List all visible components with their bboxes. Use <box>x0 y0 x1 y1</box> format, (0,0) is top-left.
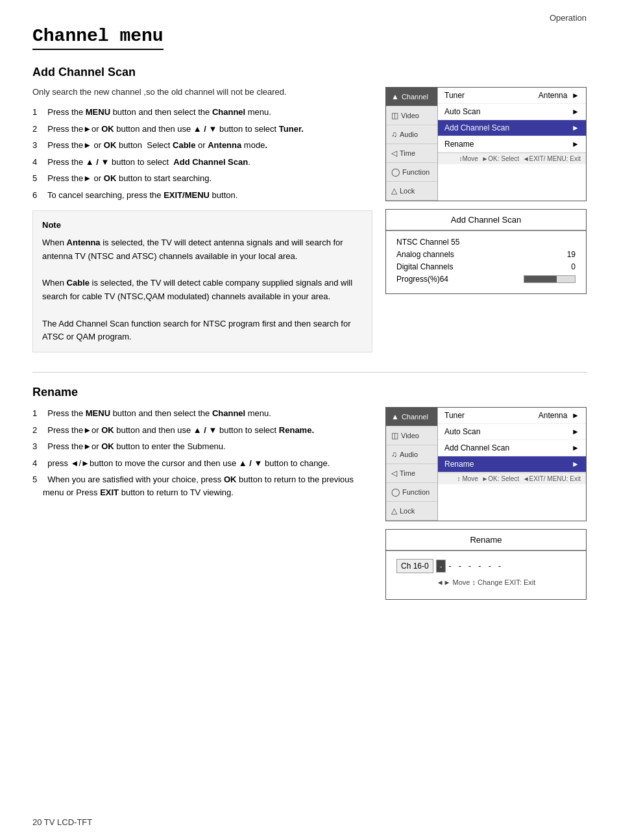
sidebar2-item-channel[interactable]: ▲ Channel <box>386 408 437 426</box>
menu-content-2: Tuner Antenna ► Auto Scan ► Add Channel … <box>438 408 586 521</box>
step2-2: 2 Press the►or OK button and then use ▲ … <box>32 424 372 437</box>
step-3: 3 Press the► or OK button Select Cable o… <box>32 139 372 152</box>
step-2: 2 Press the►or OK button and then use ▲ … <box>32 123 372 136</box>
sidebar-label-video: Video <box>401 112 419 119</box>
audio-icon: ♫ <box>391 130 397 139</box>
rename-body: Ch 16-0 - - - - - - - ◄► Move ↕ Change E… <box>386 551 586 599</box>
rename-cursor: - <box>436 560 446 573</box>
menu-content-1: Tuner Antenna ► Auto Scan ► Add Channel … <box>438 88 586 201</box>
page: Operation Channel menu Add Channel Scan … <box>0 0 619 840</box>
step2-5: 5 When you are satisfied with your choic… <box>32 473 372 499</box>
section2-steps: 1 Press the MENU button and then select … <box>32 407 372 499</box>
section1-left: Only search the new channel ,so the old … <box>32 87 372 352</box>
audio-icon-2: ♫ <box>391 450 397 459</box>
operation-label: Operation <box>550 13 587 23</box>
lock-icon-2: △ <box>391 506 397 515</box>
section1-steps: 1 Press the MENU button and then select … <box>32 106 372 201</box>
menu-label-addchannelscan-1: Add Channel Scan <box>444 123 509 132</box>
sidebar2-label-channel: Channel <box>402 413 428 421</box>
progress-label: Progress(%)64 <box>396 275 448 284</box>
menu2-arrow-autoscan: ► <box>572 427 579 436</box>
menu-arrow-autoscan-1: ► <box>572 107 579 116</box>
note-line-1: When Antenna is selected, the TV will de… <box>42 236 363 264</box>
menu2-row-rename[interactable]: Rename ► <box>438 456 586 473</box>
menu2-label-autoscan: Auto Scan <box>444 427 480 436</box>
menu-ui-box-1: ▲ Channel ◫ Video ♫ Audio <box>385 87 587 201</box>
menu-footer-1: ↕Move ►OK: Select ◄EXIT/ MENU: Exit <box>438 153 586 164</box>
note-box: Note When Antenna is selected, the TV wi… <box>32 210 372 352</box>
menu-ui-box-2: ▲ Channel ◫ Video ♫ Audio <box>385 407 587 521</box>
sidebar-label-lock: Lock <box>400 187 415 195</box>
section-divider <box>32 372 587 373</box>
section1-title: Add Channel Scan <box>32 66 587 79</box>
digital-value: 0 <box>571 262 576 271</box>
section-rename: Rename 1 Press the MENU button and then … <box>32 386 587 600</box>
progress-bar <box>524 275 576 283</box>
rename-dashes: - - - - - - <box>448 562 504 571</box>
sidebar2-item-function[interactable]: ◯ Function <box>386 483 437 502</box>
step-6: 6 To cancel searching, press the EXIT/ME… <box>32 189 372 202</box>
sidebar2-item-audio[interactable]: ♫ Audio <box>386 445 437 464</box>
menu2-label-addchannelscan: Add Channel Scan <box>444 443 509 452</box>
sidebar2-label-video: Video <box>401 432 419 439</box>
section2-title: Rename <box>32 386 587 399</box>
menu-row-rename-1[interactable]: Rename ► <box>438 136 586 153</box>
sidebar2-item-lock[interactable]: △ Lock <box>386 502 437 521</box>
sidebar-item-channel-1[interactable]: ▲ Channel <box>386 88 437 106</box>
scan-result-body: NTSC Channel 55 Analog channels 19 Digit… <box>386 231 586 293</box>
sidebar-item-lock-1[interactable]: △ Lock <box>386 182 437 201</box>
menu2-label-rename: Rename <box>444 460 474 469</box>
sidebar-item-audio-1[interactable]: ♫ Audio <box>386 125 437 144</box>
sidebar-label-audio: Audio <box>400 130 418 138</box>
menu-label-autoscan-1: Auto Scan <box>444 107 480 116</box>
sidebar-label-channel: Channel <box>402 93 428 101</box>
progress-bar-fill <box>524 276 557 282</box>
note-title: Note <box>42 219 363 232</box>
sidebar2-label-audio: Audio <box>400 451 418 458</box>
channel-icon-2: ▲ <box>391 412 399 421</box>
menu2-value-tuner: Antenna ► <box>539 411 579 420</box>
sidebar2-item-video[interactable]: ◫ Video <box>386 426 437 445</box>
sidebar-label-time: Time <box>400 149 415 157</box>
menu-arrow-addchannelscan-1: ► <box>572 123 579 132</box>
menu-row-tuner-1[interactable]: Tuner Antenna ► <box>438 88 586 104</box>
step2-4: 4 press ◄/►button to move the cursor and… <box>32 457 372 470</box>
sidebar-1: ▲ Channel ◫ Video ♫ Audio <box>386 88 438 201</box>
sidebar2-label-function: Function <box>402 488 430 496</box>
step-4: 4 Press the ▲ / ▼ button to select Add C… <box>32 156 372 169</box>
menu-label-tuner-1: Tuner <box>444 91 465 100</box>
sidebar-item-video-1[interactable]: ◫ Video <box>386 106 437 125</box>
digital-label: Digital Channels <box>396 262 453 271</box>
menu-row-autoscan-1[interactable]: Auto Scan ► <box>438 104 586 120</box>
menu-label-rename-1: Rename <box>444 140 474 149</box>
note-line-3: The Add Channel Scan function search for… <box>42 317 363 345</box>
section2-left: 1 Press the MENU button and then select … <box>32 407 372 600</box>
section2-right: ▲ Channel ◫ Video ♫ Audio <box>385 407 587 600</box>
scan-row-digital: Digital Channels 0 <box>396 262 576 271</box>
page-footer: 20 TV LCD-TFT <box>32 817 92 827</box>
rename-title: Rename <box>386 530 586 551</box>
sidebar-item-time-1[interactable]: ◁ Time <box>386 144 437 163</box>
page-title: Channel menu <box>32 26 164 50</box>
sidebar2-label-lock: Lock <box>400 507 415 515</box>
time-icon: ◁ <box>391 149 397 158</box>
menu-row-addchannelscan-1[interactable]: Add Channel Scan ► <box>438 120 586 136</box>
ntsc-label: NTSC Channel 55 <box>396 238 459 247</box>
menu-arrow-rename-1: ► <box>572 140 579 149</box>
sidebar-item-function-1[interactable]: ◯ Function <box>386 163 437 182</box>
menu2-row-addchannelscan[interactable]: Add Channel Scan ► <box>438 440 586 456</box>
sidebar2-item-time[interactable]: ◁ Time <box>386 464 437 483</box>
menu2-row-tuner[interactable]: Tuner Antenna ► <box>438 408 586 424</box>
rename-box: Rename Ch 16-0 - - - - - - - ◄► Move ↕ C… <box>385 529 587 600</box>
lock-icon: △ <box>391 186 397 195</box>
sidebar-2: ▲ Channel ◫ Video ♫ Audio <box>386 408 438 521</box>
scan-result-box: Add Channel Scan NTSC Channel 55 Analog … <box>385 209 587 294</box>
step-5: 5 Press the► or OK button to start searc… <box>32 172 372 185</box>
section1-desc: Only search the new channel ,so the old … <box>32 87 372 97</box>
section-add-channel-scan: Add Channel Scan Only search the new cha… <box>32 66 587 352</box>
section1-right: ▲ Channel ◫ Video ♫ Audio <box>385 87 587 352</box>
menu2-row-autoscan[interactable]: Auto Scan ► <box>438 424 586 440</box>
rename-footer: ◄► Move ↕ Change EXIT: Exit <box>396 578 576 591</box>
scan-row-ntsc: NTSC Channel 55 <box>396 238 576 247</box>
channel-icon: ▲ <box>391 92 399 101</box>
